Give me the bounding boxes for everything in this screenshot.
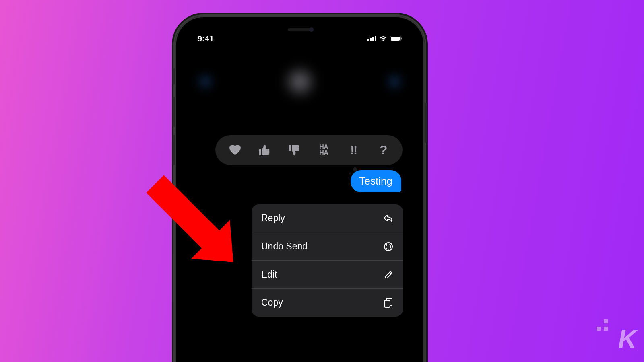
svg-rect-8 [384,300,390,307]
menu-reply-label: Reply [261,213,285,224]
svg-rect-2 [372,37,374,41]
svg-rect-3 [375,36,376,41]
wifi-icon [379,36,387,41]
battery-icon [390,36,402,41]
message-bubble[interactable]: Testing [351,170,401,192]
copy-icon [384,298,393,308]
menu-edit[interactable]: Edit [252,261,403,289]
contact-avatar-blurred [282,64,318,100]
edit-icon [384,270,393,279]
watermark-logo: K [618,324,636,354]
menu-copy-label: Copy [261,297,283,308]
menu-copy[interactable]: Copy [252,289,403,317]
tapback-exclaim[interactable]: !! [341,138,365,162]
menu-undo-send[interactable]: Undo Send [252,232,403,261]
tapback-thumbs-down[interactable] [282,138,306,162]
context-menu: Reply Undo Send Edit Copy [252,204,403,317]
svg-rect-5 [391,37,400,41]
status-time: 9:41 [198,34,214,43]
video-button-blurred [384,72,405,92]
tapback-bar: HAHA !! ? [215,135,402,165]
svg-rect-0 [367,39,369,41]
phone-screen: 9:41 [183,23,417,362]
watermark-dots [597,319,608,331]
tapback-tail-dot-small [349,172,351,175]
status-icons [367,36,402,41]
svg-rect-1 [370,38,372,41]
power-button [425,103,427,143]
svg-rect-6 [401,38,402,40]
menu-edit-label: Edit [261,269,277,280]
tapback-thumbs-up[interactable] [252,138,277,162]
volume-up-button [173,97,175,127]
haha-text-2: HA [319,150,328,156]
volume-down-button [173,135,175,165]
cellular-icon [367,36,376,41]
phone-frame: 9:41 [175,16,425,362]
tapback-haha[interactable]: HAHA [312,138,336,162]
menu-undo-send-label: Undo Send [261,241,308,252]
reply-icon [383,214,393,223]
undo-icon [384,242,393,251]
menu-reply[interactable]: Reply [252,204,403,232]
tapback-heart[interactable] [223,138,247,162]
tapback-question[interactable]: ? [371,138,395,162]
message-text: Testing [359,175,392,187]
back-button-blurred [195,72,215,92]
notch [258,23,342,37]
silent-switch [173,68,175,84]
